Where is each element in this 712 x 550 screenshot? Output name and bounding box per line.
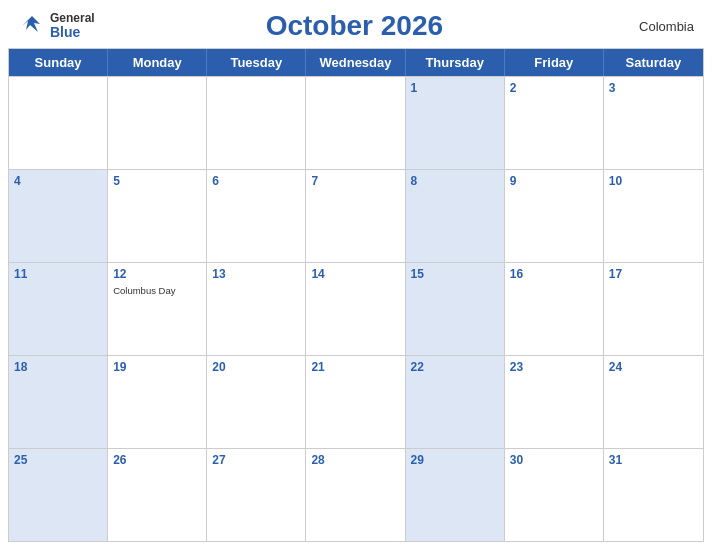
day-number: 21 bbox=[311, 359, 399, 376]
week-4: 18192021222324 bbox=[9, 355, 703, 448]
day-cell: 31 bbox=[604, 449, 703, 541]
day-cell: 27 bbox=[207, 449, 306, 541]
day-cell: 10 bbox=[604, 170, 703, 262]
day-number: 6 bbox=[212, 173, 300, 190]
day-number: 3 bbox=[609, 80, 698, 97]
day-number: 29 bbox=[411, 452, 499, 469]
day-number: 1 bbox=[411, 80, 499, 97]
day-number: 24 bbox=[609, 359, 698, 376]
day-number: 26 bbox=[113, 452, 201, 469]
week-2: 45678910 bbox=[9, 169, 703, 262]
header-saturday: Saturday bbox=[604, 49, 703, 76]
day-number: 27 bbox=[212, 452, 300, 469]
day-number: 5 bbox=[113, 173, 201, 190]
day-cell: 13 bbox=[207, 263, 306, 355]
day-number: 0 bbox=[212, 80, 300, 97]
day-cell: 12Columbus Day bbox=[108, 263, 207, 355]
day-number: 30 bbox=[510, 452, 598, 469]
day-cell: 15 bbox=[406, 263, 505, 355]
header-sunday: Sunday bbox=[9, 49, 108, 76]
day-cell: 1 bbox=[406, 77, 505, 169]
day-cell: 20 bbox=[207, 356, 306, 448]
day-cell: 30 bbox=[505, 449, 604, 541]
day-cell: 5 bbox=[108, 170, 207, 262]
day-number: 17 bbox=[609, 266, 698, 283]
day-cell: 16 bbox=[505, 263, 604, 355]
week-1: 0000123 bbox=[9, 76, 703, 169]
page-header: General Blue October 2026 Colombia bbox=[0, 0, 712, 48]
day-cell: 21 bbox=[306, 356, 405, 448]
day-number: 11 bbox=[14, 266, 102, 283]
day-number: 16 bbox=[510, 266, 598, 283]
day-cell: 8 bbox=[406, 170, 505, 262]
day-cell: 3 bbox=[604, 77, 703, 169]
day-number: 2 bbox=[510, 80, 598, 97]
calendar-title: October 2026 bbox=[95, 10, 614, 42]
logo-blue: Blue bbox=[50, 25, 95, 40]
day-number: 7 bbox=[311, 173, 399, 190]
week-5: 25262728293031 bbox=[9, 448, 703, 541]
day-number: 8 bbox=[411, 173, 499, 190]
day-number: 28 bbox=[311, 452, 399, 469]
day-cell: 17 bbox=[604, 263, 703, 355]
day-number: 20 bbox=[212, 359, 300, 376]
day-number: 25 bbox=[14, 452, 102, 469]
day-cell: 9 bbox=[505, 170, 604, 262]
logo-general: General bbox=[50, 12, 95, 25]
week-3: 1112Columbus Day1314151617 bbox=[9, 262, 703, 355]
day-cell: 23 bbox=[505, 356, 604, 448]
header-friday: Friday bbox=[505, 49, 604, 76]
logo-bird-icon bbox=[18, 12, 46, 40]
event-label: Columbus Day bbox=[113, 285, 201, 297]
svg-marker-0 bbox=[22, 16, 40, 32]
logo: General Blue bbox=[18, 12, 95, 41]
day-number: 18 bbox=[14, 359, 102, 376]
day-cell: 19 bbox=[108, 356, 207, 448]
day-cell: 28 bbox=[306, 449, 405, 541]
day-cell: 6 bbox=[207, 170, 306, 262]
day-cell: 0 bbox=[9, 77, 108, 169]
day-cell: 0 bbox=[306, 77, 405, 169]
logo-text: General Blue bbox=[50, 12, 95, 41]
day-number: 19 bbox=[113, 359, 201, 376]
day-cell: 7 bbox=[306, 170, 405, 262]
weeks-container: 0000123456789101112Columbus Day131415161… bbox=[9, 76, 703, 541]
day-number: 12 bbox=[113, 266, 201, 283]
day-cell: 22 bbox=[406, 356, 505, 448]
day-headers: Sunday Monday Tuesday Wednesday Thursday… bbox=[9, 49, 703, 76]
day-cell: 24 bbox=[604, 356, 703, 448]
day-cell: 4 bbox=[9, 170, 108, 262]
day-number: 22 bbox=[411, 359, 499, 376]
country-label: Colombia bbox=[614, 19, 694, 34]
header-thursday: Thursday bbox=[406, 49, 505, 76]
day-cell: 0 bbox=[108, 77, 207, 169]
day-number: 0 bbox=[311, 80, 399, 97]
day-cell: 11 bbox=[9, 263, 108, 355]
header-wednesday: Wednesday bbox=[306, 49, 405, 76]
day-number: 15 bbox=[411, 266, 499, 283]
day-cell: 2 bbox=[505, 77, 604, 169]
day-cell: 18 bbox=[9, 356, 108, 448]
day-number: 4 bbox=[14, 173, 102, 190]
day-cell: 26 bbox=[108, 449, 207, 541]
day-number: 31 bbox=[609, 452, 698, 469]
day-number: 9 bbox=[510, 173, 598, 190]
day-number: 14 bbox=[311, 266, 399, 283]
day-number: 23 bbox=[510, 359, 598, 376]
day-cell: 0 bbox=[207, 77, 306, 169]
day-number: 10 bbox=[609, 173, 698, 190]
header-tuesday: Tuesday bbox=[207, 49, 306, 76]
day-number: 0 bbox=[113, 80, 201, 97]
day-cell: 29 bbox=[406, 449, 505, 541]
header-monday: Monday bbox=[108, 49, 207, 76]
calendar: Sunday Monday Tuesday Wednesday Thursday… bbox=[8, 48, 704, 542]
day-cell: 14 bbox=[306, 263, 405, 355]
day-number: 13 bbox=[212, 266, 300, 283]
day-number: 0 bbox=[14, 80, 102, 97]
day-cell: 25 bbox=[9, 449, 108, 541]
